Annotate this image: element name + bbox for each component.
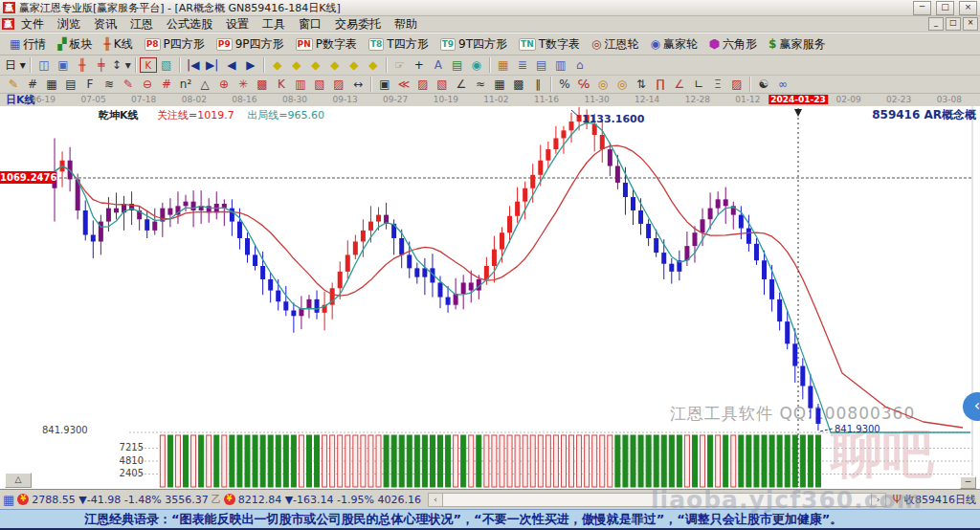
wave2-tool[interactable]: ≈ — [471, 77, 490, 93]
fan-lines-tool[interactable]: ≪ — [394, 77, 413, 93]
kline-button[interactable]: ╫K线 — [99, 34, 139, 54]
t-square-button[interactable]: T8T四方形 — [363, 34, 434, 54]
wave-tool[interactable]: ≋ — [100, 77, 119, 93]
hatch-tool[interactable]: ▨ — [413, 77, 433, 93]
t-number-table-button[interactable]: TNT数字表 — [513, 34, 586, 54]
menu-item-4[interactable]: 江恩 — [123, 16, 160, 32]
scroll-left-arrow[interactable]: ‹ — [428, 493, 443, 507]
mdi-control-1[interactable]: _ — [928, 17, 944, 31]
scale-selector[interactable]: ↕ ▾ — [111, 57, 132, 74]
diag-grid-tool[interactable]: ▧ — [310, 77, 329, 93]
shade-grid-tool[interactable]: ▩ — [253, 77, 272, 93]
gradient-chart-icon[interactable]: ▧ — [157, 57, 176, 74]
layout-icon[interactable]: ◫ — [34, 57, 54, 74]
menu-item-2[interactable]: 浏览 — [51, 16, 87, 32]
grid3-tool[interactable]: ▩ — [509, 77, 528, 93]
menu-item-1[interactable]: 文件 — [14, 16, 51, 32]
menu-item-7[interactable]: 工具 — [256, 16, 292, 32]
gann-diamond-3[interactable]: ◆ — [306, 57, 325, 74]
pencil-tool[interactable]: ✎ — [4, 77, 23, 93]
mdi-control-2[interactable]: □ — [946, 17, 961, 31]
annotation-tool[interactable]: A — [429, 57, 448, 74]
gate-tool[interactable]: ∏ — [651, 77, 670, 93]
mini-kline2-icon[interactable]: ╪ — [92, 57, 111, 74]
period-selector[interactable]: 日 ▾ — [4, 57, 27, 74]
9t-square-button[interactable]: T99T四方形 — [434, 34, 513, 54]
first-bar-button[interactable]: |◀ — [184, 57, 203, 74]
red-pencil-tool[interactable]: ✎ — [119, 77, 138, 93]
parallel-tool[interactable]: ∥ — [528, 77, 547, 93]
menu-item-6[interactable]: 设置 — [219, 16, 256, 32]
taiji-tool[interactable]: ☯ — [754, 77, 773, 93]
star-burst-tool[interactable]: ✳ — [234, 77, 253, 93]
f-tool[interactable]: F — [80, 77, 100, 93]
box-tool[interactable]: ▣ — [375, 77, 394, 93]
width-tool[interactable]: ↔ — [348, 77, 368, 93]
chart-scrollbar[interactable]: ‹ › — [428, 493, 886, 506]
menu-item-8[interactable]: 窗口 — [292, 16, 328, 32]
menu-item-5[interactable]: 公式选股 — [160, 16, 219, 32]
switch-icon[interactable]: 乙 — [212, 493, 221, 506]
diag-grid2-tool[interactable]: ▨ — [329, 77, 348, 93]
shrink-pane-button[interactable]: − — [960, 476, 976, 489]
expand-pane-button[interactable]: △ — [5, 473, 32, 488]
maximize-button[interactable]: □ — [936, 1, 954, 15]
prev-bar-button[interactable]: ◀ — [222, 57, 241, 74]
pan-hand-tool[interactable]: ☞ — [390, 57, 410, 74]
hatch2-tool[interactable]: ▧ — [433, 77, 452, 93]
n-square-tool[interactable]: n² — [176, 77, 195, 93]
shade2-tool[interactable]: ▨ — [727, 77, 746, 93]
9p-square-button[interactable]: P99P四方形 — [211, 34, 290, 54]
percent-tool[interactable]: % — [555, 77, 574, 93]
scroll-right-arrow[interactable]: › — [871, 493, 886, 507]
menu-item-10[interactable]: 帮助 — [388, 16, 424, 32]
angle-tool[interactable]: ∠ — [452, 77, 471, 93]
sh-index-quote[interactable]: 2788.55 ▼-41.98 -1.48% 3556.37 — [32, 494, 208, 506]
mdi-control-3[interactable]: × — [963, 17, 978, 31]
column-grid-tool[interactable]: ▥ — [291, 77, 310, 93]
panel-icon[interactable]: ▤ — [448, 57, 467, 74]
levels-tool[interactable]: Ξ — [708, 77, 727, 93]
quotes-grid-icon[interactable]: ▦ — [3, 494, 14, 506]
ellipse-tool[interactable]: ⊖ — [138, 77, 157, 93]
sz-index-icon[interactable]: ¥ — [224, 494, 235, 505]
gann-diamond-4[interactable]: ◆ — [325, 57, 345, 74]
grid2-tool[interactable]: ▦ — [490, 77, 509, 93]
sh-index-icon[interactable]: ¥ — [17, 494, 29, 505]
report-icon[interactable]: ▤ — [532, 57, 551, 74]
circle-cross-tool[interactable]: ⊕ — [214, 77, 234, 93]
rows-tool[interactable]: ▤ — [61, 77, 80, 93]
sz-index-quote[interactable]: 8212.84 ▼-163.14 -1.95% 4026.16 — [238, 494, 421, 506]
triangle-tool[interactable]: △ — [195, 77, 214, 93]
percent-line-tool[interactable]: ℅ — [574, 77, 593, 93]
menu-item-3[interactable]: 资讯 — [87, 16, 123, 32]
red-grid-tool[interactable]: # — [157, 77, 176, 93]
infinity-tool[interactable]: ∞ — [773, 77, 792, 93]
gold-circle2-tool[interactable]: ◎ — [612, 77, 632, 93]
dual-kline-icon[interactable]: K — [140, 57, 157, 73]
k-mark-tool[interactable]: K — [272, 77, 291, 93]
last-bar-button[interactable]: ▶| — [203, 57, 222, 74]
square-grid-tool[interactable]: ▦ — [42, 77, 61, 93]
updown-tool[interactable]: ⇅ — [632, 77, 651, 93]
p-number-table-button[interactable]: PNP数字表 — [290, 34, 363, 54]
p-square-button[interactable]: P8P四方形 — [139, 34, 211, 54]
quotes-button[interactable]: ▦行情 — [4, 34, 52, 54]
gann-diamond-5[interactable]: ◆ — [345, 57, 364, 74]
minimize-button[interactable]: ─ — [913, 1, 931, 15]
gann-diamond-6[interactable]: ◆ — [364, 57, 383, 74]
mini-kline-icon[interactable]: ╫ — [73, 57, 92, 74]
home-icon[interactable]: ⌂ — [570, 57, 590, 74]
gann-diamond-1[interactable]: ◆ — [268, 57, 287, 74]
grid-tool[interactable]: # — [23, 77, 42, 93]
menu-item-9[interactable]: 交易委托 — [328, 16, 388, 32]
sectors-button[interactable]: ▞板块 — [52, 34, 98, 54]
globe-icon[interactable]: ◉ — [467, 57, 486, 74]
calendar-icon[interactable]: ▦ — [494, 57, 513, 74]
red-angle-tool[interactable]: ∠ — [670, 77, 689, 93]
hexagon-button[interactable]: 六角形 — [703, 34, 763, 54]
right-angle-tool[interactable]: ∟ — [689, 77, 708, 93]
winner-wheel-button[interactable]: ◉赢家轮 — [645, 34, 703, 54]
next-bar-button[interactable]: ▶ — [241, 57, 260, 74]
scroll-track[interactable] — [443, 493, 871, 507]
